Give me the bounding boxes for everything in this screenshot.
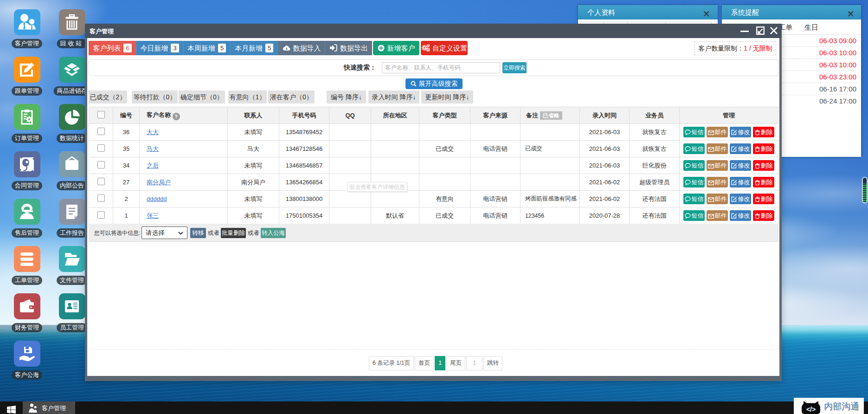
- svg-text:</>: </>: [806, 406, 816, 413]
